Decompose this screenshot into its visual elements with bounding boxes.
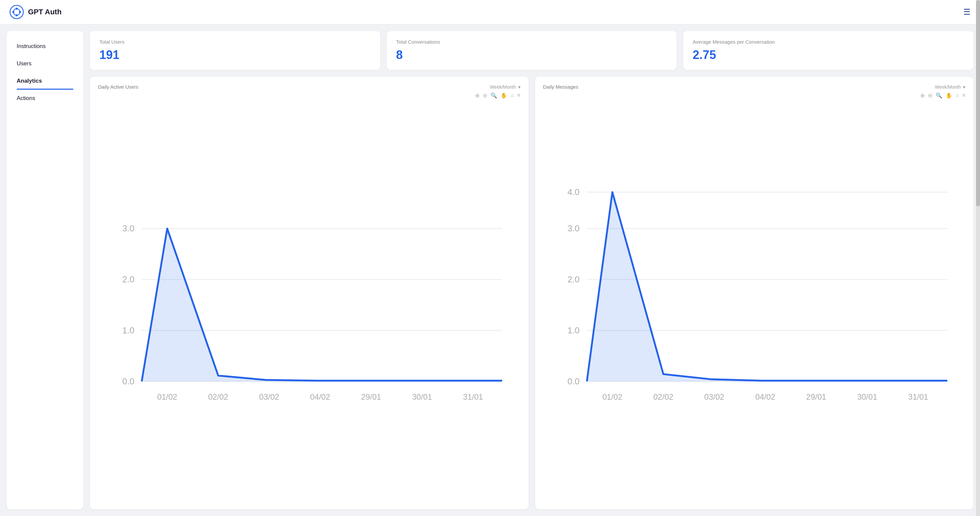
svg-text:02/02: 02/02 xyxy=(208,392,228,401)
chart-svg-users: 0.0 1.0 2.0 3.0 01/02 02/02 03/02 xyxy=(98,101,520,502)
svg-text:29/01: 29/01 xyxy=(361,392,381,401)
chart-filter-messages[interactable]: Week/Month ▾ xyxy=(935,84,965,90)
main-content: Instructions Users Analytics Actions Tot… xyxy=(0,24,980,516)
svg-text:29/01: 29/01 xyxy=(806,392,826,401)
stat-card-conversations: Total Conversations 8 xyxy=(387,31,677,70)
chart-svg-messages: 0.0 1.0 2.0 3.0 4.0 01/02 02/02 xyxy=(543,101,966,502)
sidebar-item-actions[interactable]: Actions xyxy=(7,90,83,107)
search-icon-2[interactable]: 🔍 xyxy=(935,92,942,98)
stats-row: Total Users 191 Total Conversations 8 Av… xyxy=(90,31,973,70)
svg-point-2 xyxy=(16,8,18,10)
svg-text:31/01: 31/01 xyxy=(463,392,483,401)
scrollbar-thumb[interactable] xyxy=(976,0,980,206)
svg-point-5 xyxy=(19,11,21,13)
chart-area-users: 0.0 1.0 2.0 3.0 01/02 02/02 03/02 xyxy=(98,101,520,502)
stat-value-users: 191 xyxy=(99,48,371,62)
zoom-out-icon-2[interactable]: ⊖ xyxy=(928,92,932,98)
svg-text:4.0: 4.0 xyxy=(567,187,579,197)
svg-text:1.0: 1.0 xyxy=(567,325,579,335)
zoom-out-icon[interactable]: ⊖ xyxy=(483,92,487,98)
svg-text:30/01: 30/01 xyxy=(857,392,877,401)
svg-text:2.0: 2.0 xyxy=(123,274,134,284)
stat-value-avg-messages: 2.75 xyxy=(692,48,964,62)
chart-header-messages: Daily Messages Week/Month ▾ xyxy=(543,84,966,90)
home-icon[interactable]: ⌂ xyxy=(511,92,514,98)
stat-card-avg-messages: Average Messages per Conversation 2.75 xyxy=(683,31,973,70)
chart-fill-users xyxy=(142,229,502,382)
content-area: Total Users 191 Total Conversations 8 Av… xyxy=(90,31,973,509)
svg-text:02/02: 02/02 xyxy=(653,392,673,401)
chart-card-daily-users: Daily Active Users Week/Month ▾ ⊕ ⊖ 🔍 ✋ … xyxy=(90,77,528,509)
chart-fill-messages xyxy=(587,192,947,381)
svg-text:31/01: 31/01 xyxy=(908,392,928,401)
svg-text:2.0: 2.0 xyxy=(567,274,579,284)
svg-text:3.0: 3.0 xyxy=(123,223,134,233)
menu-icon-2[interactable]: ≡ xyxy=(963,92,965,98)
sidebar-item-users[interactable]: Users xyxy=(7,55,83,72)
chart-header-users: Daily Active Users Week/Month ▾ xyxy=(98,84,520,90)
sidebar: Instructions Users Analytics Actions xyxy=(7,31,83,509)
search-icon[interactable]: 🔍 xyxy=(490,92,497,98)
svg-text:30/01: 30/01 xyxy=(412,392,432,401)
chart-toolbar-messages: ⊕ ⊖ 🔍 ✋ ⌂ ≡ xyxy=(543,92,966,98)
sidebar-item-instructions[interactable]: Instructions xyxy=(7,38,83,55)
chart-card-daily-messages: Daily Messages Week/Month ▾ ⊕ ⊖ 🔍 ✋ ⌂ ≡ xyxy=(535,77,974,509)
svg-text:04/02: 04/02 xyxy=(310,392,330,401)
svg-text:0.0: 0.0 xyxy=(123,376,134,386)
app-container: GPT Auth ☰ Instructions Users Analytics … xyxy=(0,0,980,516)
chart-title-users: Daily Active Users xyxy=(98,84,138,90)
svg-point-0 xyxy=(10,5,23,19)
svg-text:01/02: 01/02 xyxy=(157,392,177,401)
svg-text:03/02: 03/02 xyxy=(259,392,279,401)
home-icon-2[interactable]: ⌂ xyxy=(956,92,959,98)
pan-icon[interactable]: ✋ xyxy=(501,92,507,98)
chevron-down-icon-2: ▾ xyxy=(963,84,965,90)
charts-row: Daily Active Users Week/Month ▾ ⊕ ⊖ 🔍 ✋ … xyxy=(90,77,973,509)
scrollbar-track[interactable] xyxy=(976,0,980,516)
header: GPT Auth ☰ xyxy=(0,0,980,24)
header-left: GPT Auth xyxy=(10,5,62,19)
app-title: GPT Auth xyxy=(28,8,62,16)
chart-title-messages: Daily Messages xyxy=(543,84,579,90)
chevron-down-icon: ▾ xyxy=(518,84,520,90)
sidebar-item-analytics[interactable]: Analytics xyxy=(7,72,83,90)
svg-point-3 xyxy=(16,14,18,16)
hamburger-button[interactable]: ☰ xyxy=(963,7,970,17)
zoom-in-icon[interactable]: ⊕ xyxy=(475,92,479,98)
svg-text:1.0: 1.0 xyxy=(123,325,134,335)
svg-text:03/02: 03/02 xyxy=(704,392,724,401)
logo-icon xyxy=(10,5,24,19)
menu-icon[interactable]: ≡ xyxy=(517,92,520,98)
stat-label-conversations: Total Conversations xyxy=(396,39,668,44)
svg-text:3.0: 3.0 xyxy=(567,223,579,233)
chart-area-messages: 0.0 1.0 2.0 3.0 4.0 01/02 02/02 xyxy=(543,101,966,502)
stat-label-users: Total Users xyxy=(99,39,371,44)
svg-text:04/02: 04/02 xyxy=(755,392,775,401)
svg-text:01/02: 01/02 xyxy=(602,392,622,401)
stat-value-conversations: 8 xyxy=(396,48,668,62)
zoom-in-icon-2[interactable]: ⊕ xyxy=(920,92,925,98)
chart-toolbar-users: ⊕ ⊖ 🔍 ✋ ⌂ ≡ xyxy=(98,92,520,98)
chart-filter-users[interactable]: Week/Month ▾ xyxy=(490,84,520,90)
pan-icon-2[interactable]: ✋ xyxy=(946,92,952,98)
svg-text:0.0: 0.0 xyxy=(567,376,579,386)
stat-label-avg-messages: Average Messages per Conversation xyxy=(692,39,964,44)
stat-card-users: Total Users 191 xyxy=(90,31,380,70)
svg-point-4 xyxy=(12,11,14,13)
